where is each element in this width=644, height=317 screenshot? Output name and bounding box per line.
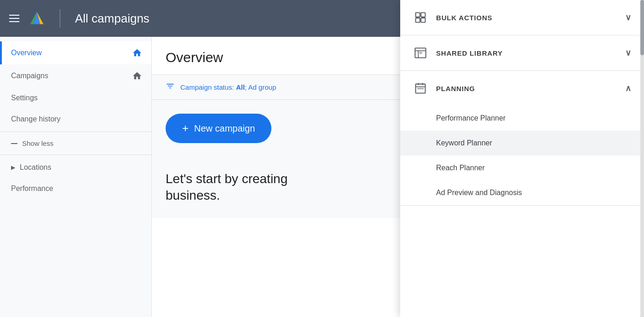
new-campaign-button[interactable]: + New campaign bbox=[166, 114, 271, 143]
sidebar-item-performance-label: Performance bbox=[11, 184, 53, 192]
sidebar-item-overview-label: Overview bbox=[11, 49, 42, 57]
planning-left: PLANNING bbox=[413, 81, 475, 96]
app-logo bbox=[29, 10, 45, 27]
performance-planner-item[interactable]: Performance Planner bbox=[400, 106, 644, 131]
svg-rect-17 bbox=[420, 88, 422, 90]
performance-planner-label: Performance Planner bbox=[436, 114, 506, 122]
shared-library-header[interactable]: SHARED LIBRARY ∨ bbox=[400, 35, 644, 70]
campaigns-home-icon bbox=[132, 71, 142, 81]
sidebar-item-settings-label: Settings bbox=[11, 94, 38, 102]
sidebar-item-change-history-label: Change history bbox=[11, 115, 61, 123]
svg-rect-4 bbox=[416, 13, 420, 17]
lets-start-section: Let's start by creating business. bbox=[152, 157, 400, 218]
show-less-button[interactable]: Show less bbox=[0, 134, 151, 153]
svg-rect-6 bbox=[421, 13, 425, 17]
bulk-actions-header[interactable]: BULK ACTIONS ∨ bbox=[400, 0, 644, 35]
menu-button[interactable] bbox=[9, 15, 19, 22]
shared-library-left: SHARED LIBRARY bbox=[413, 46, 503, 60]
shared-library-label: SHARED LIBRARY bbox=[436, 49, 503, 57]
planning-section: PLANNING ∧ Performance Planner Keyword P… bbox=[400, 71, 644, 206]
sidebar: Overview Campaigns Settings Change histo… bbox=[0, 37, 152, 317]
shared-library-icon bbox=[413, 46, 428, 60]
svg-rect-7 bbox=[421, 18, 425, 22]
sidebar-item-settings[interactable]: Settings bbox=[0, 87, 151, 109]
keyword-planner-item[interactable]: Keyword Planner bbox=[400, 131, 644, 156]
shared-library-chevron: ∨ bbox=[625, 48, 631, 58]
sidebar-item-campaigns[interactable]: Campaigns bbox=[0, 64, 151, 87]
bulk-actions-left: BULK ACTIONS bbox=[413, 10, 492, 25]
plus-icon: + bbox=[182, 122, 189, 135]
lets-start-text: Let's start by creating business. bbox=[166, 171, 386, 204]
logo-icon bbox=[29, 10, 45, 27]
filter-text: Campaign status: All; Ad group bbox=[180, 83, 276, 91]
home-icon bbox=[132, 48, 142, 58]
filter-bar[interactable]: Campaign status: All; Ad group bbox=[152, 75, 400, 100]
bulk-actions-chevron: ∨ bbox=[625, 12, 631, 23]
scrollbar-thumb[interactable] bbox=[640, 0, 644, 55]
reach-planner-item[interactable]: Reach Planner bbox=[400, 156, 644, 180]
header-divider bbox=[60, 9, 60, 28]
bulk-actions-section: BULK ACTIONS ∨ bbox=[400, 0, 644, 35]
new-campaign-label: New campaign bbox=[194, 123, 255, 134]
main-content: Overview Campaign status: All; Ad group … bbox=[152, 37, 400, 317]
svg-rect-16 bbox=[417, 88, 420, 90]
sidebar-divider bbox=[0, 132, 151, 132]
locations-arrow-icon: ▶ bbox=[11, 164, 15, 171]
overview-title: Overview bbox=[152, 37, 400, 75]
planning-header[interactable]: PLANNING ∧ bbox=[400, 71, 644, 106]
sidebar-divider-2 bbox=[0, 155, 151, 155]
keyword-planner-label: Keyword Planner bbox=[436, 139, 492, 147]
ad-preview-label: Ad Preview and Diagnosis bbox=[436, 189, 522, 196]
bulk-actions-label: BULK ACTIONS bbox=[436, 14, 492, 22]
sidebar-item-locations-label: Locations bbox=[20, 163, 52, 172]
sidebar-item-overview[interactable]: Overview bbox=[0, 41, 151, 64]
page-title: All campaigns bbox=[75, 12, 150, 26]
svg-rect-18 bbox=[421, 88, 424, 90]
sidebar-item-locations[interactable]: ▶ Locations bbox=[0, 157, 151, 178]
svg-rect-5 bbox=[416, 18, 420, 22]
sidebar-item-performance[interactable]: Performance bbox=[0, 178, 151, 199]
planning-label: PLANNING bbox=[436, 85, 475, 92]
new-campaign-section: + New campaign bbox=[152, 100, 400, 157]
show-less-dash-icon bbox=[11, 143, 17, 144]
sidebar-item-change-history[interactable]: Change history bbox=[0, 109, 151, 130]
planning-icon bbox=[413, 81, 428, 96]
filter-icon bbox=[166, 81, 175, 93]
planning-chevron: ∧ bbox=[625, 83, 631, 93]
dropdown-panel: BULK ACTIONS ∨ SHARED LIBRARY ∨ bbox=[400, 0, 644, 317]
bulk-actions-icon bbox=[413, 10, 428, 25]
shared-library-section: SHARED LIBRARY ∨ bbox=[400, 35, 644, 71]
ad-preview-item[interactable]: Ad Preview and Diagnosis bbox=[400, 180, 644, 205]
scrollbar-track bbox=[640, 0, 644, 317]
show-less-label: Show less bbox=[22, 139, 53, 147]
sidebar-item-campaigns-label: Campaigns bbox=[11, 72, 48, 80]
reach-planner-label: Reach Planner bbox=[436, 164, 485, 172]
svg-rect-11 bbox=[420, 52, 422, 54]
